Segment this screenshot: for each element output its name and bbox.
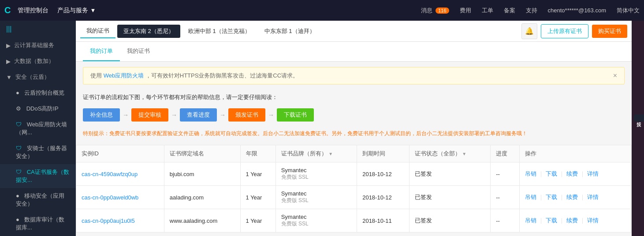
step-arrow-4: → [268,111,274,118]
sidebar-item-ca-cert[interactable]: 🛡 CA证书服务（数据安... [0,164,76,188]
action-吊销[interactable]: 吊销 [525,170,536,177]
tab-sydney[interactable]: 亚太东南 2（悉尼） [117,25,180,38]
upload-cert-button[interactable]: 上传原有证书 [541,24,588,38]
step-complete-info[interactable]: 补全信息 [83,108,120,122]
nav-icp[interactable]: 备案 [504,7,515,15]
gear-icon: ⚙ [16,105,21,112]
sidebar-item-label: 安全（云盾） [15,73,50,81]
sidebar-item-waf[interactable]: 🛡 Web应用防火墙（网... [0,117,76,140]
action-下载[interactable]: 下载 [546,170,557,177]
sidebar-item-db-audit[interactable]: ● 数据库审计（数据库... [0,212,76,236]
col-status[interactable]: 证书状态（全部） ▼ [409,145,491,162]
sidebar: ||| ▶ 云计算基础服务 ▶ 大数据（数加） ▼ 安全（云盾） ● 云盾控制台… [0,21,76,236]
tab-my-orders[interactable]: 我的订单 [83,42,120,61]
cert-id[interactable]: cas-cn-0pp0auj1u0l5 [82,218,135,224]
alert-close-button[interactable]: × [613,72,617,80]
action-吊销[interactable]: 吊销 [525,217,536,224]
sidebar-item-security[interactable]: ▼ 安全（云盾） [0,69,76,85]
separator: ｜ [580,217,585,224]
feedback-button[interactable]: 反馈 [634,114,644,122]
table-row: cas-cn-4590awfzq0up bjubi.com 1 Year Sym… [76,162,632,186]
tab-dubai[interactable]: 中东东部 1（迪拜） [258,25,321,38]
arrow-icon: ▼ [6,74,12,81]
bars-icon: ||| [6,25,11,33]
separator: ｜ [559,217,565,224]
step-issue-cert[interactable]: 颁发证书 [228,108,265,122]
messages-badge: 116 [436,7,449,14]
language-selector[interactable]: 简体中文 [617,7,640,15]
bell-button[interactable]: 🔔 [521,23,537,39]
cert-actions: 吊销｜下载｜续费｜详情 [520,186,632,209]
action-吊销[interactable]: 吊销 [525,194,536,200]
content-area: 我的证书 亚太东南 2（悉尼） 欧洲中部 1（法兰克福） 中东东部 1（迪拜） … [76,21,632,236]
action-续费[interactable]: 续费 [566,217,578,224]
step-arrow-2: → [171,111,177,118]
step-submit-review[interactable]: 提交审核 [131,108,168,122]
alert-text: 使用 Web应用防火墙 ，可有效针对HTTPS业务防御黑客攻击、过滤海量CC请求… [90,72,298,80]
sidebar-item-shield-overview[interactable]: ● 云盾控制台概览 [0,85,76,101]
brand-filter-icon[interactable]: ▼ [328,151,333,156]
logo-icon[interactable]: C [4,5,11,15]
nav-support[interactable]: 支持 [526,7,537,15]
cert-brand: Symantec免费版 SSL [275,209,357,232]
tab-frankfurt[interactable]: 欧洲中部 1（法兰克福） [182,25,257,38]
cert-expiry: 2018-10-12 [357,162,409,186]
cert-table: 实例ID 证书绑定域名 年限 证书品牌（所有） ▼ 到期时间 [76,145,632,232]
dot-icon: ● [16,216,19,223]
sidebar-toggle[interactable]: ||| [0,21,76,37]
cert-status: 已签发 [409,186,491,209]
col-progress: 进度 [491,145,520,162]
cert-id[interactable]: cas-cn-0pp0aweld0wb [82,194,138,201]
separator: ｜ [538,194,544,200]
action-详情[interactable]: 详情 [587,217,599,224]
sidebar-item-server-security[interactable]: 🛡 安骑士（服务器安全） [0,140,76,164]
sidebar-item-mobile-security[interactable]: ● 移动安全（应用安全） [0,188,76,212]
cert-progress: -- [491,186,520,209]
tab-my-certificates[interactable]: 我的证书 [120,42,157,61]
action-下载[interactable]: 下载 [546,194,557,200]
nav-billing[interactable]: 费用 [460,7,471,15]
nav-tickets[interactable]: 工单 [482,7,493,15]
sidebar-item-label: Web应用防火墙（网... [16,121,67,136]
separator: ｜ [580,194,585,200]
cert-domain: bjubi.com [164,162,240,186]
action-续费[interactable]: 续费 [566,194,578,200]
cert-progress: -- [491,209,520,232]
action-下载[interactable]: 下载 [546,217,557,224]
cert-expiry: 2018-10-11 [357,209,409,232]
sidebar-item-ddos[interactable]: ⚙ DDoS高防IP [0,101,76,117]
cert-domain: aalading.com [164,186,240,209]
col-brand[interactable]: 证书品牌（所有） ▼ [275,145,357,162]
status-filter-icon[interactable]: ▼ [462,151,466,156]
cert-status: 已签发 [409,209,491,232]
col-domain: 证书绑定域名 [164,145,240,162]
action-详情[interactable]: 详情 [587,170,599,177]
sidebar-item-label: CA证书服务（数据安... [16,169,69,183]
nav-messages[interactable]: 消息 116 [421,7,449,15]
flow-description: 证书订单的流程如下图，每个环节都有对应的帮助信息，请一定要仔细阅读： [76,90,632,105]
sidebar-item-cloud-compute[interactable]: ▶ 云计算基础服务 [0,37,76,53]
bell-icon: 🔔 [525,27,534,35]
cert-years: 1 Year [240,162,275,186]
action-续费[interactable]: 续费 [566,170,578,177]
console-title: 管理控制台 [18,7,48,15]
cert-status: 已签发 [409,162,491,186]
step-arrow-3: → [220,111,226,118]
products-dropdown-arrow[interactable]: ▼ [90,7,96,14]
step-download-cert[interactable]: 下载证书 [277,108,314,122]
cert-id[interactable]: cas-cn-4590awfzq0up [82,171,138,177]
inner-tabs: 我的订单 我的证书 [76,42,632,62]
separator: ｜ [559,194,565,200]
sidebar-item-label: 大数据（数加） [14,57,54,65]
sidebar-item-bigdata[interactable]: ▶ 大数据（数加） [0,53,76,69]
tab-my-certs[interactable]: 我的证书 [80,24,115,38]
cert-expiry: 2018-10-12 [357,186,409,209]
products-menu[interactable]: 产品与服务 [57,7,88,15]
region-tabs: 我的证书 亚太东南 2（悉尼） 欧洲中部 1（法兰克福） 中东东部 1（迪拜） … [76,21,632,42]
right-panel [632,21,644,236]
step-view-progress[interactable]: 查看进度 [180,108,217,122]
buy-cert-button[interactable]: 购买证书 [592,25,627,38]
alert-link[interactable]: Web应用防火墙 [104,72,144,79]
action-详情[interactable]: 详情 [587,194,599,200]
separator: ｜ [538,217,544,224]
